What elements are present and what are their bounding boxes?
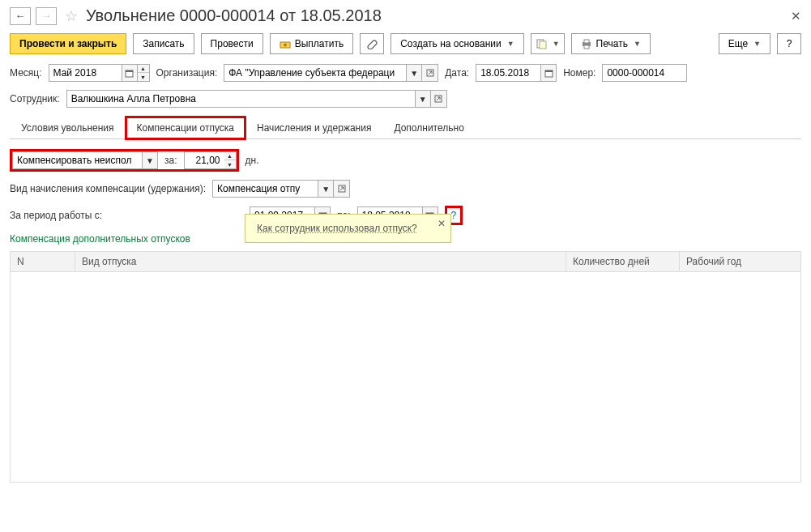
tab-compensation[interactable]: Компенсации отпуска xyxy=(126,117,245,139)
close-icon[interactable]: ✕ xyxy=(791,9,801,23)
dropdown-button[interactable]: ▼ xyxy=(415,90,431,108)
attach-button[interactable] xyxy=(360,33,384,54)
date-input[interactable] xyxy=(476,64,540,82)
tab-additional[interactable]: Дополнительно xyxy=(382,117,475,139)
chevron-down-icon: ▼ xyxy=(553,40,560,48)
back-button[interactable]: ← xyxy=(10,7,31,25)
col-days: Количество дней xyxy=(566,252,680,272)
chevron-down-icon: ▼ xyxy=(634,40,641,48)
period-label: За период работы с: xyxy=(10,210,243,221)
open-button[interactable] xyxy=(334,180,350,198)
printer-icon xyxy=(581,38,592,49)
forward-button[interactable]: → xyxy=(36,7,57,25)
vacation-table: N Вид отпуска Количество дней Рабочий го… xyxy=(10,251,801,483)
pay-button[interactable]: Выплатить xyxy=(270,33,354,54)
accrual-type-input[interactable] xyxy=(212,180,318,198)
month-spinner: ▲ ▼ xyxy=(138,64,150,82)
svg-rect-8 xyxy=(126,70,133,72)
copy-paste-button[interactable]: ▼ xyxy=(531,33,565,54)
open-button[interactable] xyxy=(422,64,438,82)
date-input-group xyxy=(476,64,557,82)
svg-rect-6 xyxy=(584,45,589,49)
svg-point-1 xyxy=(284,44,287,47)
toolbar: Провести и закрыть Записать Провести Вып… xyxy=(10,33,801,54)
for-label: за: xyxy=(158,151,184,169)
spin-down[interactable]: ▼ xyxy=(224,160,236,168)
vacation-usage-tooltip: ✕ Как сотрудник использовал отпуск? xyxy=(245,214,451,243)
dropdown-button[interactable]: ▼ xyxy=(142,151,158,169)
spin-down[interactable]: ▼ xyxy=(138,73,149,81)
svg-rect-3 xyxy=(540,41,546,49)
svg-rect-5 xyxy=(584,40,589,43)
accrual-type-label: Вид начисления компенсации (удержания): xyxy=(10,183,206,194)
clipboard-icon xyxy=(536,38,547,49)
print-button[interactable]: Печать ▼ xyxy=(571,33,651,54)
days-group: ▲ ▼ xyxy=(184,151,237,169)
open-button[interactable] xyxy=(431,90,447,108)
month-label: Месяц: xyxy=(10,67,42,79)
tabs: Условия увольнения Компенсации отпуска Н… xyxy=(10,116,801,139)
col-year: Рабочий год xyxy=(680,252,801,272)
month-input[interactable] xyxy=(49,64,122,82)
chevron-down-icon: ▼ xyxy=(507,40,514,48)
days-unit: дн. xyxy=(245,155,259,166)
col-type: Вид отпуска xyxy=(75,252,566,272)
month-input-group: ▲ ▼ xyxy=(49,64,150,82)
star-icon[interactable]: ☆ xyxy=(65,7,78,25)
tab-conditions[interactable]: Условия увольнения xyxy=(10,117,126,139)
number-input[interactable] xyxy=(602,64,687,82)
days-spinner: ▲ ▼ xyxy=(224,151,237,169)
page-title: Увольнение 0000-000014 от 18.05.2018 xyxy=(86,6,382,25)
paperclip-icon xyxy=(366,38,378,49)
calendar-icon[interactable] xyxy=(540,64,557,82)
close-icon[interactable]: ✕ xyxy=(438,218,446,229)
window-header: ← → ☆ Увольнение 0000-000014 от 18.05.20… xyxy=(10,6,801,25)
compensate-select[interactable] xyxy=(12,151,142,169)
org-label: Организация: xyxy=(156,67,218,79)
dropdown-button[interactable]: ▼ xyxy=(318,180,334,198)
date-label: Дата: xyxy=(445,67,469,79)
post-button[interactable]: Провести xyxy=(201,33,263,54)
number-label: Номер: xyxy=(563,67,595,79)
dropdown-button[interactable]: ▼ xyxy=(406,64,422,82)
tab-accruals[interactable]: Начисления и удержания xyxy=(245,117,382,139)
post-and-close-button[interactable]: Провести и закрыть xyxy=(10,33,126,54)
employee-input-group: ▼ xyxy=(66,90,447,108)
create-based-button[interactable]: Создать на основании ▼ xyxy=(391,33,523,54)
spin-up[interactable]: ▲ xyxy=(224,152,236,160)
svg-rect-11 xyxy=(545,70,553,72)
org-input-group: ▼ xyxy=(224,64,438,82)
more-button[interactable]: Еще ▼ xyxy=(719,33,770,54)
employee-label: Сотрудник: xyxy=(10,93,60,104)
org-input[interactable] xyxy=(224,64,406,82)
calendar-icon[interactable] xyxy=(122,64,138,82)
chevron-down-icon: ▼ xyxy=(753,40,761,48)
employee-input[interactable] xyxy=(66,90,415,108)
save-button[interactable]: Записать xyxy=(133,33,194,54)
tooltip-link[interactable]: Как сотрудник использовал отпуск? xyxy=(257,223,417,234)
compensate-group: ▼ xyxy=(12,151,158,169)
accrual-type-group: ▼ xyxy=(212,180,350,198)
col-n: N xyxy=(11,252,75,272)
days-input[interactable] xyxy=(184,151,224,169)
spin-up[interactable]: ▲ xyxy=(138,65,149,73)
help-button[interactable]: ? xyxy=(777,33,801,54)
money-icon xyxy=(280,38,291,49)
